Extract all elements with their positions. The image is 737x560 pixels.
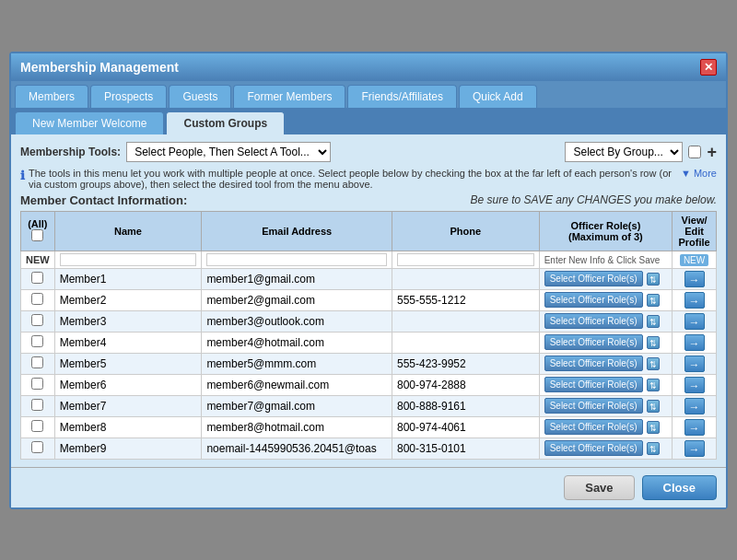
select-role-button[interactable]: Select Officer Role(s) [544, 292, 643, 308]
view-profile-button[interactable]: → [684, 440, 705, 457]
select-role-button[interactable]: Select Officer Role(s) [544, 398, 643, 414]
view-profile-button[interactable]: → [684, 398, 705, 414]
view-profile-button[interactable]: → [684, 271, 705, 287]
table-row: Member6 member6@newmail.com 800-974-2888… [21, 374, 717, 395]
sort-icon[interactable]: ⇅ [647, 442, 660, 455]
group-checkbox[interactable] [688, 146, 701, 158]
tab-friends-affiliates[interactable]: Friends/Affiliates [347, 85, 456, 108]
tab-custom-groups[interactable]: Custom Groups [166, 111, 285, 134]
sort-icon[interactable]: ⇅ [647, 357, 660, 370]
member-phone: 800-315-0101 [392, 438, 539, 459]
sort-icon[interactable]: ⇅ [647, 379, 660, 391]
tab-former-members[interactable]: Former Members [233, 85, 345, 108]
view-profile-button[interactable]: → [684, 292, 705, 309]
member-phone: 800-888-9161 [392, 395, 539, 416]
new-name-input[interactable] [60, 253, 197, 266]
member-name: Member2 [54, 289, 202, 310]
select-role-button[interactable]: Select Officer Role(s) [544, 419, 643, 435]
member-role-cell: Select Officer Role(s) ⇅ [539, 374, 672, 395]
select-role-button[interactable]: Select Officer Role(s) [544, 377, 643, 392]
row-checkbox[interactable] [31, 335, 43, 347]
view-profile-button[interactable]: → [684, 356, 705, 372]
table-row: Member1 member1@gmail.com Select Officer… [21, 268, 717, 289]
new-email-input[interactable] [206, 253, 387, 266]
save-reminder: Be sure to SAVE any CHANGES you make bel… [471, 193, 717, 206]
view-profile-button[interactable]: → [684, 313, 705, 330]
sort-icon[interactable]: ⇅ [647, 421, 660, 434]
sort-icon[interactable]: ⇅ [647, 273, 660, 286]
member-role-cell: Select Officer Role(s) ⇅ [539, 332, 672, 353]
select-role-button[interactable]: Select Officer Role(s) [544, 334, 643, 350]
member-phone [392, 332, 539, 353]
th-all: (All) [21, 211, 55, 251]
member-email: member5@mmm.com [202, 353, 392, 374]
content-area: Membership Tools: Select People, Then Se… [11, 134, 726, 467]
table-row: Member3 member3@outlook.com Select Offic… [21, 310, 717, 332]
close-button[interactable]: Close [642, 475, 717, 500]
new-phone-input[interactable] [397, 253, 534, 266]
row-checkbox[interactable] [31, 441, 43, 453]
view-profile-button[interactable]: → [684, 334, 705, 351]
member-email: member4@hotmail.com [202, 332, 392, 353]
row-checkbox[interactable] [31, 420, 43, 432]
select-role-button[interactable]: Select Officer Role(s) [544, 440, 643, 456]
modal-titlebar: Membership Management ✕ [11, 53, 726, 81]
member-email: member2@gmail.com [202, 289, 392, 310]
tab-guests[interactable]: Guests [169, 85, 231, 108]
member-name: Member1 [54, 268, 202, 289]
new-name-input-cell [54, 251, 202, 268]
tab-new-member-welcome[interactable]: New Member Welcome [15, 111, 164, 134]
info-icon: ℹ [20, 169, 25, 182]
view-profile-button[interactable]: → [684, 377, 705, 393]
table-row: Member9 noemail-1445990536.20451@toas 80… [21, 438, 717, 459]
row-checkbox[interactable] [31, 272, 43, 284]
new-entry-row: NEW Enter New Info & Click Save NEW [21, 251, 717, 268]
member-role-cell: Select Officer Role(s) ⇅ [539, 438, 672, 459]
row-checkbox[interactable] [31, 378, 43, 390]
sort-icon[interactable]: ⇅ [647, 294, 660, 307]
member-phone: 800-974-4061 [392, 416, 539, 438]
modal-close-button[interactable]: ✕ [700, 59, 717, 76]
member-name: Member5 [54, 353, 202, 374]
select-role-button[interactable]: Select Officer Role(s) [544, 313, 643, 329]
table-row: Member2 member2@gmail.com 555-555-1212 S… [21, 289, 717, 310]
row-checkbox[interactable] [31, 293, 43, 305]
member-phone [392, 268, 539, 289]
select-role-button[interactable]: Select Officer Role(s) [544, 356, 643, 371]
table-row: Member5 member5@mmm.com 555-423-9952 Sel… [21, 353, 717, 374]
new-phone-input-cell [392, 251, 539, 268]
member-email: member6@newmail.com [202, 374, 392, 395]
add-group-button[interactable]: + [707, 144, 717, 160]
member-email: noemail-1445990536.20451@toas [202, 438, 392, 459]
member-email: member1@gmail.com [202, 268, 392, 289]
member-role-cell: Select Officer Role(s) ⇅ [539, 310, 672, 332]
tab-prospects[interactable]: Prospects [90, 85, 167, 108]
save-button[interactable]: Save [564, 475, 634, 500]
member-email: member7@gmail.com [202, 395, 392, 416]
group-select[interactable]: Select By Group... [565, 142, 683, 162]
tab-quick-add[interactable]: Quick Add [459, 85, 537, 108]
sort-icon[interactable]: ⇅ [647, 315, 660, 328]
row-checkbox[interactable] [31, 399, 43, 411]
member-email: member3@outlook.com [202, 310, 392, 332]
more-link[interactable]: ▼ More [681, 168, 717, 179]
member-name: Member3 [54, 310, 202, 332]
member-role-cell: Select Officer Role(s) ⇅ [539, 289, 672, 310]
select-all-checkbox[interactable] [31, 229, 43, 241]
member-table: (All) Name Email Address Phone Officer R… [20, 211, 717, 460]
member-phone: 555-555-1212 [392, 289, 539, 310]
tab-members[interactable]: Members [15, 85, 88, 108]
tab-row-2: New Member Welcome Custom Groups [11, 108, 726, 134]
row-checkbox[interactable] [31, 314, 43, 326]
th-email: Email Address [202, 211, 392, 251]
sort-icon[interactable]: ⇅ [647, 336, 660, 349]
section-title: Member Contact Information: [20, 193, 187, 207]
view-profile-button[interactable]: → [684, 419, 705, 436]
member-name: Member8 [54, 416, 202, 438]
member-phone: 800-974-2888 [392, 374, 539, 395]
tools-select[interactable]: Select People, Then Select A Tool... [126, 142, 331, 162]
row-checkbox[interactable] [31, 356, 43, 368]
sort-icon[interactable]: ⇅ [647, 400, 660, 413]
member-name: Member4 [54, 332, 202, 353]
select-role-button[interactable]: Select Officer Role(s) [544, 271, 643, 286]
